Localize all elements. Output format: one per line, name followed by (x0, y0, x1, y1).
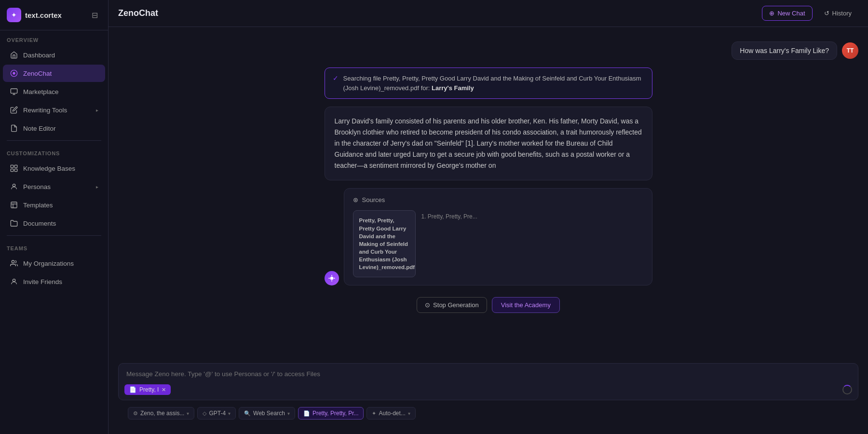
sidebar-toggle[interactable]: ⊟ (88, 8, 101, 22)
visit-academy-label: Visit the Academy (501, 301, 551, 309)
sidebar-item-knowledge-bases[interactable]: Knowledge Bases (3, 160, 105, 177)
stop-icon: ⊙ (425, 301, 430, 309)
sources-grid: Pretty, Pretty, Pretty Good Larry David … (353, 210, 643, 277)
ai-avatar (325, 271, 339, 285)
ai-response-text: Larry David's family consisted of his pa… (335, 117, 642, 169)
stop-generation-label: Stop Generation (433, 301, 479, 309)
sidebar-item-templates[interactable]: Templates (3, 196, 105, 214)
svg-rect-6 (14, 165, 17, 167)
svg-point-15 (330, 277, 333, 280)
knowledge-bases-label: Knowledge Bases (23, 165, 98, 172)
attachment-label: Pretty, I (139, 386, 159, 393)
note-editor-icon (10, 124, 18, 133)
sidebar: ✦ text.cortex ⊟ Overview Dashboard ZenoC… (0, 0, 108, 434)
toolbar-chip-web-search[interactable]: 🔍 Web Search ▾ (239, 407, 295, 420)
toolbar-chip-auto-detect[interactable]: ✦ Auto-det... ▾ (366, 407, 415, 420)
section-customizations: Customizations (0, 144, 108, 159)
web-search-chip-icon: 🔍 (244, 410, 251, 417)
sources-header: ⊛ Sources (353, 196, 643, 203)
check-icon: ✓ (333, 74, 339, 82)
persona-chip-chevron: ▾ (187, 411, 189, 416)
sidebar-item-my-organizations[interactable]: My Organizations (3, 255, 105, 272)
topbar: ZenoChat ⊕ New Chat ↺ History (108, 0, 868, 27)
auto-detect-chip-chevron: ▾ (408, 411, 410, 416)
history-label: History (832, 10, 852, 17)
stop-generation-button[interactable]: ⊙ Stop Generation (417, 297, 487, 313)
user-avatar: TT (842, 42, 858, 59)
sidebar-logo: ✦ text.cortex ⊟ (0, 0, 108, 30)
personas-icon (10, 182, 18, 191)
sources-card: ⊛ Sources Pretty, Pretty, Pretty Good La… (344, 188, 652, 285)
sidebar-item-marketplace[interactable]: Marketplace (3, 83, 105, 100)
rewriting-tools-label: Rewriting Tools (23, 107, 91, 114)
visit-academy-button[interactable]: Visit the Academy (492, 297, 560, 313)
web-search-chip-chevron: ▾ (287, 411, 290, 416)
file-chip-icon: 📄 (303, 410, 310, 417)
marketplace-icon (10, 87, 18, 96)
search-indicator-text: Searching file Pretty, Pretty, Pretty Go… (343, 74, 644, 93)
svg-rect-10 (11, 202, 17, 208)
model-chip-label: GPT-4 (209, 410, 226, 417)
home-icon (10, 51, 18, 59)
sidebar-item-personas[interactable]: Personas ▸ (3, 178, 105, 195)
knowledge-bases-icon (10, 164, 18, 173)
invite-friends-label: Invite Friends (23, 278, 98, 285)
invite-friends-icon (10, 277, 18, 286)
svg-point-13 (12, 260, 14, 263)
svg-point-9 (13, 184, 15, 187)
file-chip-label: Pretty, Pretty, Pr... (312, 410, 359, 417)
sidebar-item-dashboard[interactable]: Dashboard (3, 46, 105, 64)
zenochat-label: ZenoChat (23, 70, 98, 77)
svg-point-1 (13, 72, 15, 74)
documents-icon (10, 219, 18, 228)
message-input[interactable] (119, 364, 858, 381)
sidebar-item-documents[interactable]: Documents (3, 215, 105, 232)
zenochat-icon (10, 69, 18, 78)
loading-spinner (842, 385, 852, 394)
source-doc-card[interactable]: Pretty, Pretty, Pretty Good Larry David … (353, 210, 416, 277)
rewriting-tools-icon (10, 106, 18, 114)
svg-rect-7 (11, 169, 13, 171)
my-organizations-label: My Organizations (23, 260, 98, 267)
logo-icon: ✦ (7, 8, 21, 22)
history-button[interactable]: ↺ History (817, 6, 858, 20)
user-message-row: How was Larry's Family Like? TT (118, 41, 858, 60)
sources-icon: ⊛ (353, 196, 358, 203)
main-content: ZenoChat ⊕ New Chat ↺ History How was La… (108, 0, 868, 434)
personas-label: Personas (23, 183, 91, 190)
svg-rect-2 (11, 89, 17, 93)
sidebar-item-rewriting-tools[interactable]: Rewriting Tools ▸ (3, 101, 105, 119)
model-chip-chevron: ▾ (228, 411, 231, 416)
search-text-before: Searching file Pretty, Pretty, Pretty Go… (343, 75, 641, 92)
sidebar-item-invite-friends[interactable]: Invite Friends (3, 273, 105, 290)
toolbar-chip-file[interactable]: 📄 Pretty, Pretty, Pr... (298, 407, 364, 420)
new-chat-icon: ⊕ (769, 10, 774, 17)
action-bar: ⊙ Stop Generation Visit the Academy (118, 293, 858, 315)
marketplace-label: Marketplace (23, 88, 98, 95)
dashboard-label: Dashboard (23, 52, 98, 59)
auto-detect-chip-label: Auto-det... (379, 410, 405, 417)
source-ref-1[interactable]: 1. Pretty, Pretty, Pre... (421, 210, 477, 223)
ai-response-card: Larry David's family consisted of his pa… (325, 107, 652, 180)
web-search-chip-label: Web Search (253, 410, 285, 417)
sources-label: Sources (362, 196, 385, 203)
attachment-remove-button[interactable]: ✕ (162, 387, 166, 393)
sources-row-with-avatar: ⊛ Sources Pretty, Pretty, Pretty Good La… (325, 188, 652, 285)
sidebar-item-note-editor[interactable]: Note Editor (3, 120, 105, 137)
my-organizations-icon (10, 259, 18, 268)
svg-rect-5 (11, 165, 13, 167)
toolbar-chip-persona[interactable]: ⚙ Zeno, the assis... ▾ (128, 407, 194, 420)
divider-1 (7, 140, 101, 141)
sidebar-item-zenochat[interactable]: ZenoChat (3, 65, 105, 82)
input-box: 📄 Pretty, I ✕ (118, 363, 858, 400)
toolbar-chip-model[interactable]: ◇ GPT-4 ▾ (197, 407, 236, 420)
attachment-chip[interactable]: 📄 Pretty, I ✕ (124, 384, 171, 395)
chat-area: How was Larry's Family Like? TT ✓ Search… (108, 27, 868, 363)
topbar-actions: ⊕ New Chat ↺ History (762, 6, 858, 21)
rewriting-tools-chevron: ▸ (96, 108, 98, 113)
persona-chip-icon: ⚙ (133, 410, 138, 417)
model-chip-icon: ◇ (203, 410, 206, 417)
logo-text: text.cortex (25, 11, 62, 19)
new-chat-button[interactable]: ⊕ New Chat (762, 6, 812, 21)
personas-chevron: ▸ (96, 184, 98, 190)
